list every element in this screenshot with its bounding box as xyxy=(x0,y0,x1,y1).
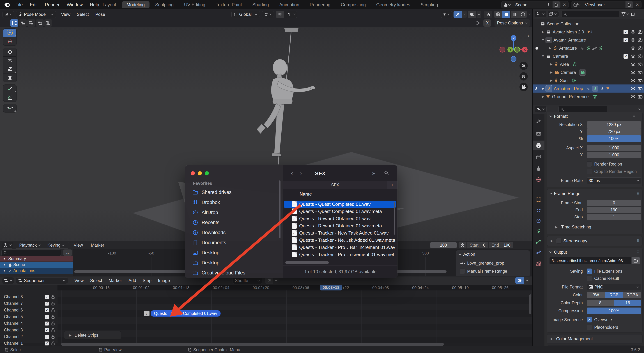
new-tab-button[interactable]: + xyxy=(387,181,398,189)
eye-icon[interactable] xyxy=(631,95,636,98)
stereoscopy-checkbox[interactable] xyxy=(556,238,562,244)
sidebar-item[interactable]: Desktop xyxy=(192,259,220,267)
file-row[interactable]: Quests - Reward Obtained 01.wav.meta xyxy=(284,222,396,229)
eye-icon[interactable] xyxy=(631,87,636,90)
exclude-checkbox[interactable]: ✓ xyxy=(624,30,628,34)
file-extensions-checkbox[interactable]: ✓ xyxy=(587,268,592,274)
channel-lock-icon[interactable] xyxy=(51,321,55,326)
eye-icon[interactable] xyxy=(631,38,636,42)
workspace-tab[interactable]: Scripting xyxy=(416,1,443,8)
tool-measure[interactable] xyxy=(3,93,16,102)
outliner-row-area[interactable]: ▶ Area xyxy=(532,60,644,68)
render-region-checkbox[interactable] xyxy=(587,162,592,167)
channel-annotations[interactable]: ▼Annotations xyxy=(0,268,73,274)
collapse-icon[interactable]: ▼ xyxy=(540,38,546,42)
proportional-editing-icon[interactable] xyxy=(475,20,481,26)
file-row[interactable]: Quests - Quest Completed 01.wav.meta xyxy=(284,208,396,215)
resolution-y-field[interactable]: 720 px xyxy=(587,128,641,135)
pose-options-dropdown[interactable]: Pose Options xyxy=(494,20,530,26)
outliner-row-camera[interactable]: ▶ Camera xyxy=(532,68,644,76)
outliner-row-avatar-mesh[interactable]: ▶ Avatar Mesh 2.0 4 ✓ xyxy=(532,28,644,36)
sequencer-channel-row[interactable]: Channel 1 ✓ xyxy=(0,340,58,347)
eye-icon[interactable] xyxy=(631,71,636,74)
minimize-button[interactable] xyxy=(198,171,202,176)
sync-chevron-icon[interactable] xyxy=(524,277,529,284)
sequencer-channel-row[interactable]: Channel 8 ✓ xyxy=(0,294,58,300)
file-row[interactable]: Quests - Reward Obtained 01.wav xyxy=(284,215,396,222)
expand-icon[interactable]: ▶ xyxy=(540,87,546,90)
frame-start-field[interactable]: 0 xyxy=(587,200,641,206)
channel-mute-checkbox[interactable]: ✓ xyxy=(45,342,49,346)
tab-object-data[interactable] xyxy=(532,226,544,236)
file-row[interactable]: Quests - Quest Completed 01.wav xyxy=(284,200,396,208)
finder-search-icon[interactable] xyxy=(384,170,389,176)
channel-lock-icon[interactable] xyxy=(51,315,55,319)
zoom-window-button[interactable] xyxy=(205,171,209,176)
sequencer-channel-row[interactable]: Channel 7 ✓ xyxy=(0,300,58,307)
action-panel-header[interactable]: Action⠿ xyxy=(456,250,530,258)
workspace-tab[interactable]: Layout xyxy=(98,1,121,8)
eye-icon[interactable] xyxy=(631,30,636,34)
outliner-row-scene-collection[interactable]: Scene Collection xyxy=(532,20,644,28)
expand-icon[interactable]: ▶ xyxy=(548,46,553,50)
workspace-tab[interactable]: Animation xyxy=(274,1,304,8)
file-row[interactable]: Quests - Tracker - Pro…Bar Increment 01.… xyxy=(284,244,396,251)
sequencer-view-type-dropdown[interactable]: Sequencer xyxy=(16,277,68,284)
channel-mute-checkbox[interactable]: ✓ xyxy=(45,322,49,326)
exclude-checkbox[interactable]: ✓ xyxy=(624,38,628,42)
list-horizontal-scrollbar[interactable] xyxy=(285,261,329,264)
tab-render[interactable] xyxy=(532,129,544,138)
tab-texture[interactable] xyxy=(532,259,544,268)
select-mode-subtract-button[interactable] xyxy=(27,20,35,26)
workspace-tab[interactable]: Modeling xyxy=(122,1,149,8)
manual-frame-range-row[interactable]: Manual Frame Range xyxy=(460,268,530,274)
workspace-tab[interactable]: Shading xyxy=(248,1,274,8)
end-frame-field[interactable]: End190 xyxy=(488,242,513,248)
properties-search-input[interactable] xyxy=(558,106,607,112)
playhead-line[interactable] xyxy=(330,285,331,342)
filter-expand-button[interactable]: ↔ xyxy=(63,250,72,256)
sequencer-snap-chevron-icon[interactable] xyxy=(274,277,278,284)
orientation-dropdown[interactable]: Global xyxy=(232,11,260,18)
placeholders-checkbox[interactable] xyxy=(587,324,592,330)
shading-solid-button[interactable] xyxy=(502,11,510,18)
mode-dropdown[interactable]: Pose Mode xyxy=(16,11,56,18)
panel-color-management[interactable]: ▶Color Management xyxy=(546,334,642,344)
tool-pose-breakdowner[interactable] xyxy=(3,104,16,112)
sidebar-item[interactable]: Documents xyxy=(192,239,226,246)
sidebar-item[interactable]: Desktop xyxy=(192,249,220,257)
outliner-row-armature-prop[interactable]: ▶ Armature_Prop xyxy=(532,84,644,92)
channel-mute-checkbox[interactable]: ✓ xyxy=(45,315,49,319)
select-mode-invert-button[interactable] xyxy=(36,20,44,26)
frame-end-field[interactable]: 190 xyxy=(587,207,641,213)
sidebar-item[interactable]: Dropbox xyxy=(192,198,220,206)
action-name-row[interactable]: Love_grenade_prop xyxy=(460,261,530,266)
snap-dropdown-chevron-icon[interactable] xyxy=(292,11,297,18)
show-gizmo-button[interactable] xyxy=(454,11,462,18)
tool-move[interactable] xyxy=(3,48,16,56)
outliner-filter-source-button[interactable] xyxy=(547,10,559,18)
camera-visibility-icon[interactable] xyxy=(638,70,642,74)
shading-dropdown-chevron-icon[interactable] xyxy=(527,11,532,18)
panel-format-header[interactable]: Format≡ ⠿ xyxy=(547,112,642,120)
frame-step-field[interactable]: 1 xyxy=(587,214,641,220)
sequencer-menu-item[interactable]: View xyxy=(71,278,87,283)
tab-scene[interactable] xyxy=(532,164,544,173)
channel-lock-icon[interactable] xyxy=(51,308,55,312)
eye-icon[interactable] xyxy=(631,62,636,66)
color-depth-option[interactable]: 16 xyxy=(614,300,642,306)
dope-editor-type-button[interactable] xyxy=(2,242,13,248)
outliner-search-input[interactable] xyxy=(561,11,619,17)
camera-visibility-icon[interactable] xyxy=(638,30,642,34)
sequencer-horizontal-scrollbar[interactable] xyxy=(61,343,444,346)
tab-output[interactable] xyxy=(532,140,544,150)
panel-output-header[interactable]: Output⠿ xyxy=(547,248,642,256)
tool-select-box[interactable] xyxy=(3,28,16,37)
select-mode-extend-button[interactable] xyxy=(19,20,27,26)
color-mode-option[interactable]: BW xyxy=(587,292,605,298)
file-format-dropdown[interactable]: PNG xyxy=(587,284,641,290)
list-vertical-scrollbar[interactable] xyxy=(394,202,395,234)
panel-frame-range-header[interactable]: Frame Range⠿ xyxy=(547,189,642,198)
audio-strip[interactable]: Quests - Quest Completed 01.wav xyxy=(150,310,221,317)
channel-mute-checkbox[interactable]: ✓ xyxy=(45,328,49,332)
